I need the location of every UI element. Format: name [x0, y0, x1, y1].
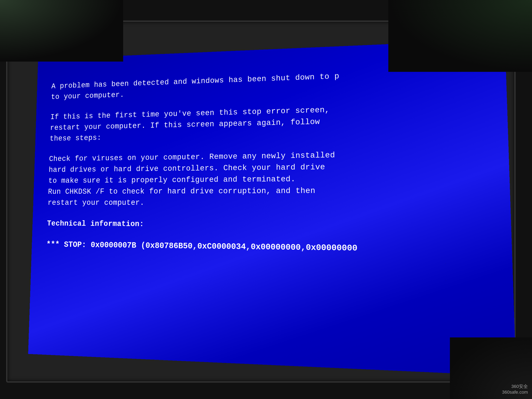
bsod-screen: A problem has been detected and windows … [28, 39, 516, 376]
monitor-bezel: A problem has been detected and windows … [6, 20, 516, 383]
photo-frame: A problem has been detected and windows … [0, 0, 532, 399]
watermark-text: 360安全 360safe.com [502, 383, 528, 395]
bsod-tech-header: Technical information: [47, 218, 493, 233]
corner-decoration-tr [388, 0, 532, 72]
corner-decoration-tl [0, 0, 123, 62]
bsod-restart-section: If this is the first time you've seen th… [50, 100, 490, 144]
bsod-stop-line: *** STOP: 0x0000007B (0x80786B50,0xC0000… [46, 239, 494, 257]
bsod-check-line5: restart your computer. [48, 196, 492, 209]
bsod-stop-section: *** STOP: 0x0000007B (0x80786B50,0xC0000… [46, 239, 494, 257]
bsod-content: A problem has been detected and windows … [28, 39, 516, 376]
watermark: 360安全 360safe.com [502, 383, 528, 395]
bsod-check-section: Check for viruses on your computer. Remo… [48, 147, 492, 209]
bsod-tech-section: Technical information: [47, 218, 493, 233]
bsod-check-line4: Run CHKDSK /F to check for hard drive co… [48, 184, 491, 197]
